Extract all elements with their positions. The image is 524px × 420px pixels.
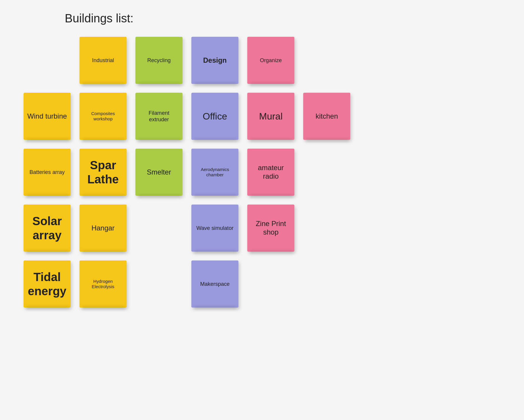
note-mural[interactable]: Mural (247, 93, 294, 140)
note-organize[interactable]: Organize (247, 37, 294, 84)
note-aerodynamics-chamber[interactable]: Aerodynamics chamber (191, 149, 238, 196)
note-composites-workshop[interactable]: Composites workshop (79, 93, 127, 140)
note-office[interactable]: Office (191, 93, 238, 140)
note-batteries-array[interactable]: Batteries array (24, 149, 71, 196)
note-recycling[interactable]: Recycling (135, 37, 183, 84)
buildings-board: Industrial Recycling Design Organize Win… (24, 37, 512, 308)
note-design[interactable]: Design (191, 37, 238, 84)
note-filament-extruder[interactable]: Filament extruder (135, 93, 183, 140)
note-wind-turbine[interactable]: Wind turbine (24, 93, 71, 140)
note-amateur-radio[interactable]: amateur radio (247, 149, 294, 196)
note-hangar[interactable]: Hangar (79, 205, 127, 252)
page-title: Buildings list: (65, 12, 512, 25)
note-hydrogen-electrolysis[interactable]: Hydrogen Electrolysis (79, 260, 127, 308)
note-industrial[interactable]: Industrial (79, 37, 127, 84)
note-solar-array[interactable]: Solar array (24, 205, 71, 252)
note-spar-lathe[interactable]: Spar Lathe (79, 149, 127, 196)
note-wave-simulator[interactable]: Wave simulator (191, 205, 238, 252)
note-tidal-energy[interactable]: Tidal energy (24, 260, 71, 308)
note-smelter[interactable]: Smelter (135, 149, 183, 196)
note-kitchen[interactable]: kitchen (303, 93, 350, 140)
note-zine-print-shop[interactable]: Zine Print shop (247, 205, 294, 252)
note-makerspace[interactable]: Makerspace (191, 260, 238, 308)
